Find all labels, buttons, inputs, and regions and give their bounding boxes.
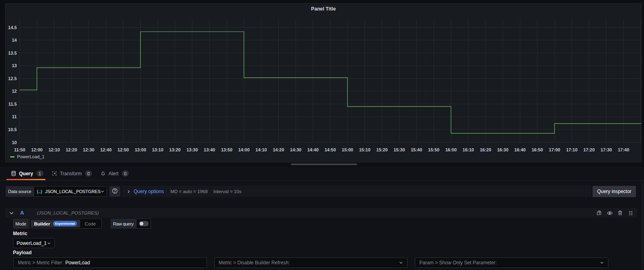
panel: Panel Title 1010.51111.51212.51313.51414… <box>5 3 642 162</box>
svg-text:17:40: 17:40 <box>618 147 629 152</box>
payload-label: Payload <box>13 250 32 255</box>
query-datasource-hint: (JSON_LOCAL_POSTGRES) <box>37 210 99 215</box>
svg-text:12.5: 12.5 <box>8 76 17 81</box>
toggle-knob <box>140 222 143 225</box>
chart-legend[interactable]: PowerLoad_1 <box>10 153 45 160</box>
svg-text:17:30: 17:30 <box>601 147 612 152</box>
svg-text:14:30: 14:30 <box>290 147 301 152</box>
query-row-header[interactable]: A (JSON_LOCAL_POSTGRES) <box>5 208 637 218</box>
payload-field-disable-builder-refresh[interactable]: Metric > Disable Builder Refresh: <box>214 257 408 268</box>
svg-text:17:20: 17:20 <box>583 147 595 152</box>
mode-option-builder[interactable]: Builder Experimental <box>31 220 80 227</box>
query-options-box[interactable]: Query options MD = auto = 1968 Interval … <box>122 186 591 197</box>
svg-text:12:20: 12:20 <box>66 147 77 152</box>
pane-splitter-handle[interactable] <box>291 164 357 165</box>
svg-text:14: 14 <box>12 38 17 43</box>
svg-text:16:30: 16:30 <box>497 147 508 152</box>
mode-row: Mode Builder Experimental Code Raw query <box>13 219 215 229</box>
svg-text:17:00: 17:00 <box>549 147 560 152</box>
process-icon <box>52 171 57 176</box>
svg-text:16:20: 16:20 <box>480 147 491 152</box>
svg-text:15:50: 15:50 <box>428 147 439 152</box>
legend-series-label: PowerLoad_1 <box>17 154 45 159</box>
chevron-down-icon <box>399 261 403 265</box>
json-datasource-icon: {..} <box>37 189 42 194</box>
hide-query-eye-icon[interactable] <box>606 210 613 216</box>
tab-alert-count: 0 <box>122 170 129 176</box>
query-options-link[interactable]: Query options <box>134 189 164 194</box>
metric-select-value: PowerLoad_1 <box>17 240 47 246</box>
svg-text:14.5: 14.5 <box>8 25 17 30</box>
chevron-down-icon <box>47 241 51 245</box>
active-tab-underline <box>6 179 45 180</box>
tab-transform-label: Transform <box>60 171 82 176</box>
toggle-track <box>139 221 149 226</box>
svg-text:14:50: 14:50 <box>324 147 336 152</box>
mode-radio-group: Builder Experimental Code <box>30 219 102 229</box>
svg-text:13:20: 13:20 <box>169 147 181 152</box>
svg-text:12:30: 12:30 <box>83 147 94 152</box>
tab-query-count: 1 <box>36 170 43 176</box>
query-row-actions <box>596 210 634 216</box>
chevron-down-icon <box>600 261 604 265</box>
tab-alert[interactable]: Alert 0 <box>95 167 132 181</box>
svg-text:13:10: 13:10 <box>152 147 163 152</box>
mode-option-code[interactable]: Code <box>80 220 100 227</box>
query-inspector-button[interactable]: Query inspector <box>593 186 636 197</box>
grafana-panel-editor: Panel Title 1010.51111.51212.51313.51414… <box>0 0 644 270</box>
svg-text:12:40: 12:40 <box>100 147 111 152</box>
edit-pane-tabbar: Query 1 Transform 0 <box>0 167 644 181</box>
datasource-label: Data source <box>6 186 34 197</box>
duplicate-query-icon[interactable] <box>596 210 602 216</box>
svg-text:16:50: 16:50 <box>531 147 543 152</box>
tab-query[interactable]: Query 1 <box>6 167 47 181</box>
svg-text:17:10: 17:10 <box>566 147 578 152</box>
max-data-points-stat: MD = auto = 1968 <box>171 189 208 194</box>
bell-icon <box>100 171 106 176</box>
svg-text:14:10: 14:10 <box>256 147 267 152</box>
datasource-help-button[interactable] <box>109 186 120 197</box>
delete-query-trash-icon[interactable] <box>617 210 623 216</box>
svg-text:15:20: 15:20 <box>376 147 388 152</box>
experimental-badge: Experimental <box>53 221 77 226</box>
svg-text:15:10: 15:10 <box>359 147 370 152</box>
svg-text:13.5: 13.5 <box>8 51 17 55</box>
svg-text:14:00: 14:00 <box>238 147 249 152</box>
tab-transform[interactable]: Transform 0 <box>47 167 95 181</box>
query-ref-id[interactable]: A <box>20 210 24 216</box>
svg-text:13:30: 13:30 <box>186 147 198 152</box>
svg-text:14:20: 14:20 <box>273 147 284 152</box>
svg-text:12: 12 <box>12 89 17 94</box>
tab-alert-label: Alert <box>109 171 119 176</box>
svg-text:10: 10 <box>12 140 17 145</box>
metric-label: Metric <box>13 231 27 236</box>
tab-query-label: Query <box>19 171 33 176</box>
chevron-down-icon <box>100 189 104 193</box>
raw-query-toggle[interactable] <box>136 219 151 229</box>
collapse-chevron-icon[interactable] <box>9 211 14 215</box>
chevron-right-icon <box>127 190 130 193</box>
svg-text:13:00: 13:00 <box>135 147 146 152</box>
question-circle-icon <box>112 188 118 196</box>
svg-text:13: 13 <box>12 63 17 68</box>
svg-text:11:50: 11:50 <box>14 147 26 152</box>
time-series-chart: 1010.51111.51212.51313.51414.511:5012:00… <box>6 4 641 154</box>
svg-text:15:00: 15:00 <box>342 147 353 152</box>
raw-query-label: Raw query <box>111 219 136 229</box>
edit-pane: Query 1 Transform 0 <box>0 167 644 270</box>
datasource-picker[interactable]: {..} JSON_LOCAL_POSTGRES <box>34 186 107 197</box>
drag-handle-grip-icon[interactable] <box>627 210 634 216</box>
datasource-row: Data source {..} JSON_LOCAL_POSTGRES <box>0 186 644 197</box>
database-icon <box>11 171 16 176</box>
svg-text:12:50: 12:50 <box>117 147 129 152</box>
svg-text:12:00: 12:00 <box>31 147 43 152</box>
payload-field-metric-filter[interactable]: Metric > Metric Filter: PowerLoad <box>13 257 207 268</box>
tab-transform-count: 0 <box>85 170 92 176</box>
legend-series-marker <box>10 156 15 157</box>
mode-label: Mode <box>13 219 29 229</box>
metric-select[interactable]: PowerLoad_1 <box>13 238 55 248</box>
payload-field-show-only-set-parameter[interactable]: Param > Show Only Set Parameter: <box>415 257 608 268</box>
datasource-picker-value: JSON_LOCAL_POSTGRES <box>45 189 100 194</box>
svg-text:16:00: 16:00 <box>445 147 456 152</box>
svg-text:11: 11 <box>12 114 17 119</box>
